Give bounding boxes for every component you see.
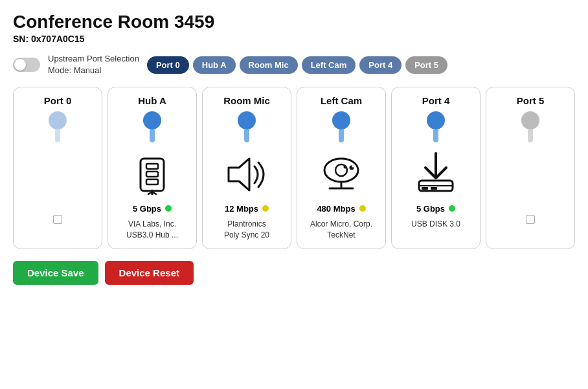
speed-text-leftcam: 480 Mbps <box>317 204 355 214</box>
bulb-port4 <box>425 111 446 145</box>
bulb-hubA <box>142 111 163 145</box>
speed-dot-port4 <box>449 205 455 212</box>
speed-dot-roommic <box>262 205 269 212</box>
device-icon-port4 <box>410 151 462 197</box>
port-card-port0: Port 0 <box>13 87 102 249</box>
svg-rect-3 <box>146 179 158 184</box>
card-title-leftcam: Left Cam <box>321 95 362 106</box>
device-icon-hubA <box>126 151 178 197</box>
speed-dot-hubA <box>165 205 172 212</box>
port-tab-roommic[interactable]: Room Mic <box>240 56 298 74</box>
serial-number: SN: 0x707A0C15 <box>13 34 575 44</box>
svg-rect-2 <box>146 172 158 177</box>
speed-row-leftcam: 480 Mbps <box>317 202 365 215</box>
card-title-roommic: Room Mic <box>223 95 270 106</box>
port-tab-port4[interactable]: Port 4 <box>359 56 401 74</box>
device-label-hubA: VIA Labs, Inc.USB3.0 Hub ... <box>126 219 178 241</box>
svg-rect-16 <box>422 187 428 190</box>
svg-rect-1 <box>146 164 158 169</box>
card-title-port4: Port 4 <box>422 95 450 106</box>
port-tabs: Port 0Hub ARoom MicLeft CamPort 4Port 5 <box>147 56 447 74</box>
bulb-leftcam <box>331 111 352 145</box>
port-tab-port5[interactable]: Port 5 <box>405 56 447 74</box>
svg-marker-5 <box>229 159 249 190</box>
svg-rect-17 <box>431 187 437 190</box>
speed-text-roommic: 12 Mbps <box>225 204 258 214</box>
bulb-roommic <box>236 111 257 145</box>
port-card-port5: Port 5 <box>486 87 575 249</box>
port-tab-hubA[interactable]: Hub A <box>193 56 236 74</box>
footer-row: Device Save Device Reset <box>13 261 575 285</box>
upstream-toggle[interactable] <box>13 58 40 72</box>
speed-dot-leftcam <box>359 205 366 212</box>
card-checkbox-port5[interactable] <box>526 215 535 224</box>
card-title-hubA: Hub A <box>138 95 166 106</box>
card-title-port0: Port 0 <box>44 95 72 106</box>
bulb-port0 <box>47 111 68 145</box>
port-card-leftcam: Left Cam 480 MbpsAlcor Micro, Corp.TeckN… <box>297 87 386 249</box>
speed-row-hubA: 5 Gbps <box>133 202 172 215</box>
device-icon-roommic <box>221 151 273 197</box>
save-button[interactable]: Device Save <box>13 261 98 285</box>
port-tab-leftcam[interactable]: Left Cam <box>302 56 356 74</box>
bulb-port5 <box>520 111 541 145</box>
cards-row: Port 0Hub A 5 GbpsVIA Labs, Inc.USB3.0 H… <box>13 87 575 249</box>
speed-text-hubA: 5 Gbps <box>133 204 161 214</box>
svg-point-8 <box>344 165 347 168</box>
upstream-label: Upstream Port Selection Mode: Manual <box>48 53 139 76</box>
port-tab-port0[interactable]: Port 0 <box>147 56 189 74</box>
upstream-row: Upstream Port Selection Mode: Manual Por… <box>13 53 575 76</box>
device-label-port4: USB DISK 3.0 <box>411 219 460 230</box>
port-card-roommic: Room Mic 12 MbpsPlantronicsPoly Sync 20 <box>202 87 291 249</box>
speed-row-roommic: 12 Mbps <box>225 202 269 215</box>
page-title: Conference Room 3459 <box>13 12 575 32</box>
device-label-roommic: PlantronicsPoly Sync 20 <box>224 219 269 241</box>
speed-row-port4: 5 Gbps <box>416 202 455 215</box>
card-title-port5: Port 5 <box>517 95 545 106</box>
port-card-port4: Port 4 5 GbpsUSB DISK 3.0 <box>391 87 481 249</box>
reset-button[interactable]: Device Reset <box>105 261 194 285</box>
device-label-leftcam: Alcor Micro, Corp.TeckNet <box>310 219 372 241</box>
card-checkbox-port0[interactable] <box>53 215 62 224</box>
device-icon-leftcam <box>315 151 367 197</box>
port-card-hubA: Hub A 5 GbpsVIA Labs, Inc.USB3.0 Hub ... <box>107 87 197 249</box>
svg-point-12 <box>352 165 354 167</box>
svg-point-6 <box>324 159 358 182</box>
speed-text-port4: 5 Gbps <box>416 204 445 214</box>
